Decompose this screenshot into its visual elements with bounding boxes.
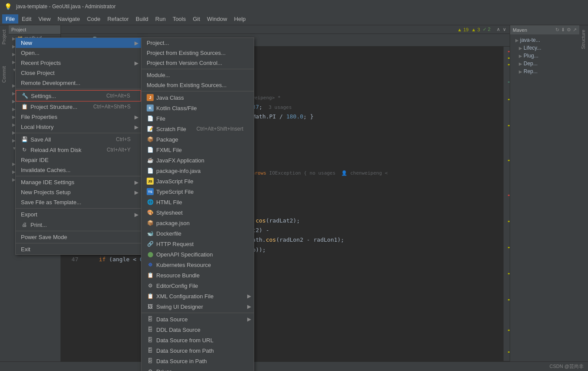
maven-refresh-icon[interactable]: ↻ [555,27,559,33]
menu-tools[interactable]: Tools [169,14,189,24]
new-item-javascript[interactable]: JS JavaScript File [141,176,254,186]
menu-item-invalidate[interactable]: Invalidate Caches... [16,165,141,175]
menu-item-manage-ide[interactable]: Manage IDE Settings ▶ [16,177,141,187]
menu-item-new[interactable]: New ▶ [16,38,141,48]
package-with-icon: 📦 Package [147,136,178,143]
rb-with-icon: 📋 Resource Bundle [147,272,200,279]
new-item-kotlin[interactable]: K Kotlin Class/File [141,103,254,113]
menu-navigate[interactable]: Navigate [54,14,83,24]
menu-item-repair[interactable]: Repair IDE [16,155,141,165]
menu-item-local-history[interactable]: Local History ▶ [16,122,141,132]
new-item-project-existing[interactable]: Project from Existing Sources... [141,48,254,58]
new-item-kubernetes[interactable]: ☸ Kubernetes Resource [141,260,254,270]
menu-item-file-props[interactable]: File Properties ▶ [16,112,141,122]
ds-with-icon: 🗄 Data Source [147,316,188,323]
vertical-tab-project[interactable]: Project [0,25,9,49]
javafx-label: JavaFX Application [156,157,205,164]
menu-item-close[interactable]: Close Project [16,68,141,78]
new-item-openapi[interactable]: ⬤ OpenAPI Specification [141,249,254,260]
maven-item-deps[interactable]: ▶ Dep... [512,60,578,67]
new-item-package-info[interactable]: 📄 package-info.java [141,165,254,176]
menu-item-exit[interactable]: Exit [16,244,141,254]
warning-counts-bar: ▲ 19 ▲ 3 ✓ 2 ∧ ∨ [61,25,510,34]
new-item-data-source[interactable]: 🗄 Data Source ▶ [141,314,254,324]
menu-item-print[interactable]: 🖨 Print... [16,219,141,230]
new-item-dockerfile[interactable]: 🐋 Dockerfile [141,228,254,239]
pkg-json-with-icon: 📦 package.json [147,219,190,226]
menu-item-export[interactable]: Export ▶ [16,209,141,219]
reload-shortcut: Ctrl+Alt+Y [107,147,131,153]
menu-item-new-projects-setup[interactable]: New Projects Setup ▶ [16,187,141,197]
collapse-icon[interactable]: ∨ [503,27,506,32]
new-item-ds-in-path[interactable]: 🗄 Data Source in Path [141,356,254,366]
new-item-ds-path[interactable]: 🗄 Data Source from Path [141,345,254,356]
maven-expand-icon[interactable]: ↗ [573,27,577,33]
maven-download-icon[interactable]: ⬇ [561,27,565,33]
menu-item-reload[interactable]: ↻ Reload All from Disk Ctrl+Alt+Y [16,145,141,155]
maven-settings-icon[interactable]: ⚙ [567,27,571,33]
maven-item-plugins[interactable]: ▶ Plug... [512,52,578,60]
menu-item-remote[interactable]: Remote Development... [16,78,141,88]
new-item-html[interactable]: 🌐 HTML File [141,197,254,207]
menu-item-save-template[interactable]: Save File as Template... [16,197,141,207]
ddl-with-icon: 🗄 DDL Data Source [147,326,200,333]
new-item-http[interactable]: 🔗 HTTP Request [141,239,254,249]
new-item-package[interactable]: 📦 Package [141,134,254,145]
new-item-stylesheet[interactable]: 🎨 Stylesheet [141,207,254,218]
new-item-package-json[interactable]: 📦 package.json [141,218,254,228]
k8s-label: Kubernetes Resource [156,262,211,268]
html-icon: 🌐 [147,199,154,206]
menu-build[interactable]: Build [132,14,152,24]
new-item-xml-config[interactable]: 📋 XML Configuration File ▶ [141,291,254,301]
menu-refactor[interactable]: Refactor [104,14,132,24]
ds-url-icon: 🗄 [147,337,154,344]
open-label: Open... [21,50,40,56]
maven-item-lifecycle[interactable]: ▶ Lifecy... [512,44,578,52]
new-item-editorconfig[interactable]: ⚙ EditorConfig File [141,280,254,291]
menu-item-recent[interactable]: Recent Projects ▶ [16,58,141,68]
new-item-resource-bundle[interactable]: 📋 Resource Bundle [141,270,254,280]
expand-icon[interactable]: ∧ [497,27,500,32]
http-icon: 🔗 [147,240,154,247]
new-item-file[interactable]: 📄 File [141,113,254,124]
html-label: HTML File [156,199,182,206]
menu-window[interactable]: Window [204,14,231,24]
new-item-driver[interactable]: ⚙ Driver [141,366,254,371]
print-icon: 🖨 [21,221,28,228]
new-item-javafx[interactable]: ☕ JavaFX Application [141,155,254,165]
new-item-scratch[interactable]: 📝 Scratch File Ctrl+Alt+Shift+Insert [141,124,254,134]
vertical-tab-commit[interactable]: Commit [0,62,9,87]
vertical-tab-structure[interactable]: Structure [579,25,587,54]
new-item-project-vcs[interactable]: Project from Version Control... [141,58,254,68]
project-existing-label: Project from Existing Sources... [147,50,225,56]
new-item-fxml[interactable]: 📄 FXML File [141,145,254,155]
new-item-project[interactable]: Project... [141,38,254,48]
new-item-java-class[interactable]: J Java Class [141,92,254,103]
recent-label: Recent Projects [21,60,61,66]
package-info-icon: 📄 [147,167,154,174]
menu-edit[interactable]: Edit [18,14,35,24]
menu-git[interactable]: Git [189,14,204,24]
menu-item-settings[interactable]: 🔧 Settings... Ctrl+Alt+S [16,90,141,101]
menu-item-power-save[interactable]: Power Save Mode [16,232,141,242]
fxml-icon: 📄 [147,146,154,153]
menu-file[interactable]: File [2,14,18,24]
menu-run[interactable]: Run [152,14,169,24]
menu-item-project-structure[interactable]: 📋 Project Structure... Ctrl+Alt+Shift+S [16,101,141,112]
new-item-ds-url[interactable]: 🗄 Data Source from URL [141,335,254,345]
new-item-swing[interactable]: 🖼 Swing UI Designer ▶ [141,301,254,312]
new-item-ddl[interactable]: 🗄 DDL Data Source [141,324,254,335]
maven-title: Maven [513,27,527,33]
file-props-arrow: ▶ [134,114,138,120]
export-label: Export [21,211,37,218]
maven-item-repo[interactable]: ▶ Rep... [512,67,578,75]
menu-code[interactable]: Code [84,14,104,24]
menu-item-save-all[interactable]: 💾 Save All Ctrl+S [16,134,141,145]
new-item-typescript[interactable]: TS TypeScript File [141,186,254,197]
menu-help[interactable]: Help [231,14,249,24]
maven-item-root[interactable]: ▶ java-te... [512,36,578,44]
new-item-module-existing[interactable]: Module from Existing Sources... [141,80,254,90]
menu-item-open[interactable]: Open... [16,48,141,58]
menu-view[interactable]: View [35,14,54,24]
new-item-module[interactable]: Module... [141,70,254,80]
